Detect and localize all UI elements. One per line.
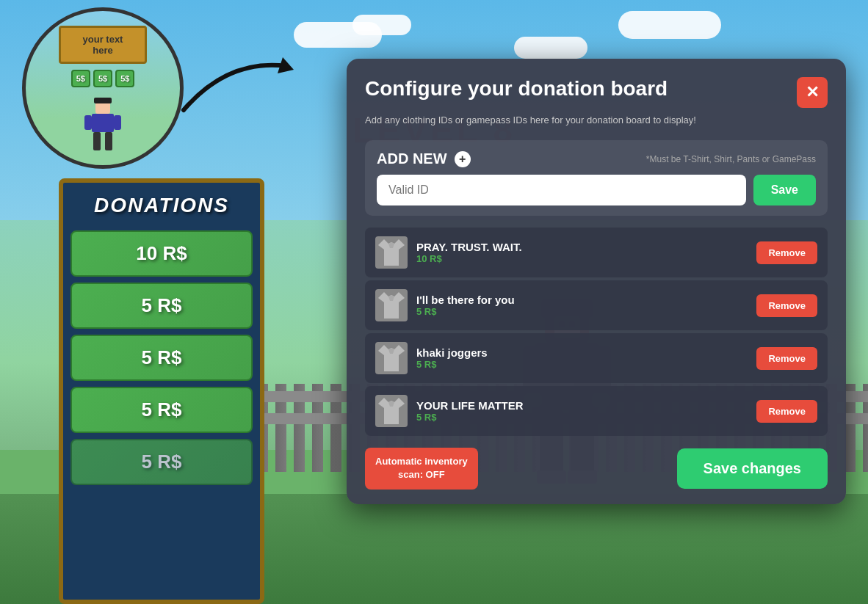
- cloud: [618, 11, 721, 39]
- add-new-label: ADD NEW: [377, 150, 447, 167]
- item-name: khaki joggers: [416, 346, 748, 359]
- item-info: I'll be there for you 5 R$: [416, 294, 748, 317]
- arrow-graphic: [169, 44, 316, 132]
- item-price: 10 R$: [416, 253, 748, 264]
- save-changes-button[interactable]: Save changes: [677, 448, 828, 489]
- preview-price-1: 5$: [71, 70, 90, 87]
- list-item: YOUR LIFE MATTER 5 R$ Remove: [365, 386, 828, 436]
- remove-button[interactable]: Remove: [756, 400, 817, 423]
- cloud: [514, 37, 587, 59]
- preview-circle: your texthere 5$ 5$ 5$: [22, 7, 184, 169]
- modal-header: Configure your donation board ✕: [365, 77, 828, 108]
- add-new-input-row: Save: [377, 175, 816, 205]
- item-name: I'll be there for you: [416, 294, 748, 306]
- item-info: PRAY. TRUST. WAIT. 10 R$: [416, 241, 748, 264]
- item-price: 5 R$: [416, 412, 748, 423]
- add-note: *Must be T-Shirt, Shirt, Pants or GamePa…: [646, 154, 816, 164]
- list-item: PRAY. TRUST. WAIT. 10 R$ Remove: [365, 228, 828, 277]
- board-title: DONATIONS: [70, 194, 253, 217]
- board-row: 5 R$: [70, 387, 253, 433]
- item-name: YOUR LIFE MATTER: [416, 399, 748, 412]
- shirt-icon: [378, 239, 405, 266]
- add-new-header: ADD NEW + *Must be T-Shirt, Shirt, Pants…: [377, 150, 816, 167]
- item-icon: [375, 342, 408, 374]
- plus-icon: +: [455, 151, 471, 167]
- in-game-donation-board: DONATIONS 10 R$ 5 R$ 5 R$ 5 R$ 5 R$: [44, 149, 279, 604]
- svg-rect-5: [93, 132, 101, 150]
- shirt-icon: [378, 345, 405, 371]
- close-button[interactable]: ✕: [797, 77, 828, 108]
- svg-rect-6: [105, 132, 112, 150]
- preview-sign-text: your texthere: [59, 26, 147, 64]
- item-icon: [375, 289, 408, 321]
- add-new-section: ADD NEW + *Must be T-Shirt, Shirt, Pants…: [365, 140, 828, 216]
- board-row: 5 R$: [70, 283, 253, 329]
- item-icon: [375, 236, 408, 269]
- cloud: [352, 15, 411, 35]
- modal-subtitle: Add any clothing IDs or gamepass IDs her…: [365, 114, 828, 127]
- preview-sign-prices: 5$ 5$ 5$: [59, 70, 147, 87]
- list-item: khaki joggers 5 R$ Remove: [365, 333, 828, 383]
- list-item: I'll be there for you 5 R$ Remove: [365, 280, 828, 330]
- svg-rect-2: [92, 114, 114, 132]
- item-price: 5 R$: [416, 306, 748, 317]
- modal-title: Configure your donation board: [365, 77, 668, 101]
- shirt-icon: [378, 292, 405, 319]
- remove-button[interactable]: Remove: [756, 347, 817, 370]
- svg-rect-4: [114, 115, 121, 130]
- modal-footer: Automatic inventory scan: OFF Save chang…: [365, 448, 828, 489]
- item-info: YOUR LIFE MATTER 5 R$: [416, 399, 748, 423]
- valid-id-input[interactable]: [377, 175, 746, 205]
- item-info: khaki joggers 5 R$: [416, 346, 748, 370]
- id-save-button[interactable]: Save: [753, 175, 816, 205]
- preview-price-2: 5$: [93, 70, 112, 87]
- board-row: 10 R$: [70, 230, 253, 277]
- configure-modal: Configure your donation board ✕ Add any …: [347, 59, 846, 504]
- board-row: 5 R$: [70, 335, 253, 381]
- item-name: PRAY. TRUST. WAIT.: [416, 241, 748, 253]
- preview-character: [81, 95, 125, 154]
- auto-scan-badge: Automatic inventory scan: OFF: [365, 448, 478, 489]
- remove-button[interactable]: Remove: [756, 241, 817, 264]
- remove-button[interactable]: Remove: [756, 294, 817, 317]
- shirt-icon: [378, 398, 405, 424]
- item-price: 5 R$: [416, 359, 748, 370]
- items-list: PRAY. TRUST. WAIT. 10 R$ Remove I'll be …: [365, 228, 828, 436]
- preview-sign: your texthere 5$ 5$ 5$: [59, 26, 147, 87]
- item-icon: [375, 395, 408, 427]
- preview-price-3: 5$: [115, 70, 134, 87]
- svg-rect-1: [94, 98, 112, 103]
- board-row: 5 R$: [70, 439, 253, 485]
- svg-rect-3: [84, 115, 92, 130]
